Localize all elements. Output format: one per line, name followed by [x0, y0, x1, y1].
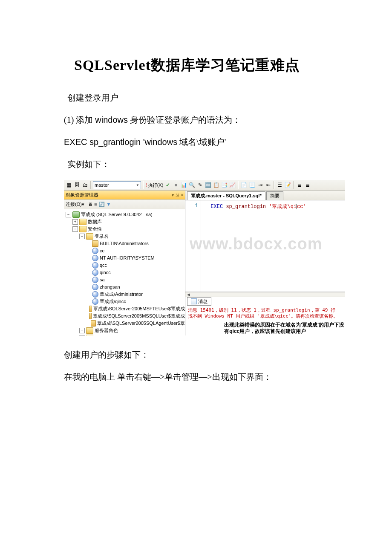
user-login-icon	[92, 298, 98, 305]
tree-login-item[interactable]: BUILTIN\Administrators	[100, 240, 149, 247]
object-explorer-header: 对象资源管理器 ▾ ⇲ ×	[64, 191, 185, 199]
connect-toolbar: 连接(O)▾ 🖥 ■ 🔄 ▼	[64, 199, 185, 209]
user-login-icon	[92, 284, 98, 290]
execute-button[interactable]: !执行(X)	[145, 182, 163, 188]
object-explorer-panel: 对象资源管理器 ▾ ⇲ × 连接(O)▾ 🖥 ■ 🔄 ▼	[64, 191, 185, 335]
server-icon	[72, 211, 80, 218]
document-tabs: 覃成成.master - SQLQuery1.sql* 摘要	[185, 191, 345, 200]
user-login-icon	[92, 262, 98, 269]
tree-login-item[interactable]: 覃成成\SQLServer2005MSSQLUser$覃成成	[93, 312, 185, 320]
editor-gutter: 1	[185, 200, 201, 292]
query-panel: 覃成成.master - SQLQuery1.sql* 摘要 1 EXEC sp…	[185, 191, 345, 335]
group-login-icon	[91, 320, 96, 327]
tree-security[interactable]: 安全性	[88, 225, 102, 233]
object-tree[interactable]: −覃成成 (SQL Server 9.0.3042 - sa) +数据库 −安全…	[64, 209, 185, 335]
tree-login-item[interactable]: qcc	[100, 262, 107, 269]
comment-icon[interactable]: 📄	[240, 182, 248, 189]
editor-code[interactable]: EXEC sp_grantlogin '覃成成\qicc'	[201, 200, 345, 292]
filter-icon[interactable]: ▼	[107, 202, 111, 207]
user-login-icon	[92, 248, 98, 254]
tree-databases[interactable]: 数据库	[88, 218, 102, 225]
folder-icon	[86, 327, 93, 334]
estimated-plan-icon[interactable]: 📊	[180, 182, 187, 189]
messages-tab[interactable]: 消息	[187, 297, 211, 306]
uncomment-icon[interactable]: 📃	[248, 182, 256, 189]
document-title: SQLServlet数据库学习笔记重难点	[74, 55, 330, 75]
connect-server-icon[interactable]: 🖥	[88, 202, 92, 207]
folder-icon	[79, 226, 86, 232]
messages-body[interactable]: 消息 15401，级别 11，状态 1，过程 sp_grantlogin，第 4…	[185, 306, 345, 335]
new-query-icon[interactable]: ▦	[65, 182, 72, 189]
user-login-icon	[92, 269, 98, 276]
user-login-icon	[92, 291, 98, 298]
specify-values-icon[interactable]: ☰	[276, 182, 283, 189]
tree-login-item[interactable]: zhangsan	[100, 283, 120, 291]
paragraph-syntax-code: EXEC sp_grantlogin 'windows 域名\域账户'	[64, 136, 330, 148]
analyze-plan-icon[interactable]: 🔍	[188, 182, 196, 189]
paragraph-nav: 在我的电脑上 单击右键—>单击管理—>出现如下界面：	[64, 370, 330, 383]
outdent-icon[interactable]: ⇤	[265, 182, 272, 189]
paragraph-syntax-intro: (1) 添加 windows 身份验证登录账户的语法为：	[64, 113, 330, 126]
toolbar-separator	[238, 181, 239, 189]
connect-button[interactable]: 连接(O)▾	[66, 201, 84, 208]
include-actual-plan-icon[interactable]: 📑	[221, 182, 228, 189]
paragraph-example-intro: 实例如下：	[67, 158, 330, 171]
message-line: 消息 15401，级别 11，状态 1，过程 sp_grantlogin，第 4…	[188, 307, 343, 313]
messages-icon	[191, 298, 197, 304]
tree-login-item[interactable]: qincc	[100, 269, 111, 276]
panel-dropdown-icon[interactable]: ▾	[172, 193, 174, 197]
folder-icon	[86, 335, 93, 335]
tree-login-item[interactable]: 覃成成\SQLServer2005MSFTEUser$覃成成	[93, 305, 185, 312]
tree-login-item[interactable]: 覃成成\SQLServer2005SQLAgentUser$覃	[97, 320, 185, 327]
stop-icon[interactable]: ■	[172, 182, 179, 189]
decrease-indent-icon[interactable]: ≣	[296, 182, 303, 189]
folder-icon	[86, 233, 93, 240]
toolbar-separator	[90, 181, 91, 189]
ssms-toolbar: ▦ 🗄 🗂 master ▼ !执行(X) ✓ ■ 📊 🔍 ✎ 🔤 📋 📑 📈 …	[64, 180, 345, 191]
tree-credentials[interactable]: 凭据	[95, 334, 104, 335]
parse-check-icon[interactable]: ✓	[164, 182, 171, 189]
increase-indent-icon[interactable]: ≣	[304, 182, 311, 189]
folder-icon	[79, 219, 86, 225]
panel-pin-icon[interactable]: ⇲	[176, 193, 179, 197]
tree-login-item[interactable]: 覃成成\qincc	[100, 298, 126, 305]
sqlcmd-mode-icon[interactable]: 📋	[213, 182, 220, 189]
registered-servers-icon[interactable]: 🗄	[73, 182, 81, 189]
database-selector[interactable]: master ▼	[93, 181, 141, 189]
tree-server-roles[interactable]: 服务器角色	[95, 327, 118, 334]
toolbar-separator	[293, 181, 294, 189]
message-line: 找不到 Windows NT 用户或组 '覃成成\qicc'。请再次检查该名称。	[188, 313, 343, 319]
edit-icon[interactable]: ✎	[196, 182, 204, 189]
indent-icon[interactable]: ⇥	[257, 182, 264, 189]
include-stats-icon[interactable]: 📈	[229, 182, 236, 189]
tree-login-item[interactable]: cc	[100, 247, 104, 254]
tab-summary[interactable]: 摘要	[266, 191, 283, 200]
group-login-icon	[89, 306, 92, 312]
object-explorer-icon[interactable]: 🗂	[81, 182, 89, 189]
toolbar-separator	[143, 181, 144, 189]
panel-close-icon[interactable]: ×	[181, 193, 183, 197]
pane-splitter[interactable]: ◀	[185, 292, 345, 297]
user-login-icon	[92, 277, 98, 283]
tree-login-item[interactable]: sa	[100, 276, 105, 283]
user-login-icon	[92, 255, 98, 261]
sql-editor[interactable]: 1 EXEC sp_grantlogin '覃成成\qicc' www.bdoc…	[185, 200, 345, 292]
template-icon[interactable]: 📝	[284, 182, 291, 189]
tree-logins[interactable]: 登录名	[95, 233, 109, 240]
dropdown-arrow-icon: ▼	[136, 183, 139, 187]
tree-login-item[interactable]: NT AUTHORITY\SYSTEM	[100, 254, 155, 262]
document-page: SQLServlet数据库学习笔记重难点 创建登录用户 (1) 添加 windo…	[0, 0, 392, 418]
toolbar-separator	[274, 181, 274, 189]
tree-login-item[interactable]: 覃成成\Administrator	[100, 291, 143, 298]
ssms-screenshot: ▦ 🗄 🗂 master ▼ !执行(X) ✓ ■ 📊 🔍 ✎ 🔤 📋 📑 📈 …	[64, 180, 345, 335]
paragraph-steps: 创建用户的步骤如下：	[64, 348, 330, 361]
group-login-icon	[92, 240, 98, 247]
splitter-arrow-icon: ◀	[187, 292, 190, 297]
annotation-callout: 出现此类错误的原因在于在域名为'覃成成'的用户下没 有qicc用户，故应该首先创…	[224, 322, 344, 335]
group-login-icon	[89, 313, 92, 319]
tab-query[interactable]: 覃成成.master - SQLQuery1.sql*	[187, 191, 265, 200]
refresh-icon[interactable]: 🔄	[99, 202, 105, 207]
results-to-text-icon[interactable]: 🔤	[205, 182, 212, 189]
tree-server-node[interactable]: 覃成成 (SQL Server 9.0.3042 - sa)	[81, 211, 153, 218]
disconnect-icon[interactable]: ■	[94, 202, 97, 207]
